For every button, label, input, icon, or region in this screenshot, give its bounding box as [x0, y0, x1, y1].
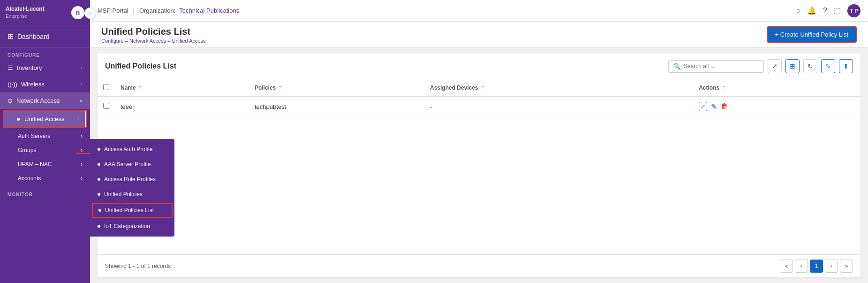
row-policies-cell: techpubtest: [249, 97, 424, 116]
policies-table: Name ≡ Policies ≡ Assign: [98, 79, 860, 116]
sidebar-item-network-access[interactable]: ⊙ Network Access ∧: [0, 92, 90, 109]
sidebar-item-dashboard[interactable]: ⊞ Dashboard: [0, 25, 90, 48]
org-label: Organization:: [139, 7, 175, 14]
prev-page-btn[interactable]: ‹: [795, 260, 808, 273]
org-name[interactable]: Technical Publications: [179, 7, 239, 14]
settings-icon[interactable]: ⬚: [834, 6, 841, 15]
col-assigned-menu-icon[interactable]: ≡: [481, 84, 484, 91]
unified-policies-dot: [98, 193, 100, 196]
sidebar: Alcatel-Lucent Enterprise n ⊞ Dashboard …: [0, 0, 90, 283]
topbar-sep1: |: [133, 7, 135, 14]
col-actions: Actions ≡: [693, 79, 860, 97]
col-checkbox: [98, 79, 115, 97]
auth-servers-label: Auth Servers: [18, 133, 50, 139]
page-controls: « ‹ 1 › »: [780, 260, 853, 273]
sidebar-item-unified-access[interactable]: Unified Access ›: [3, 110, 87, 128]
expand-tool-btn[interactable]: ⤢: [768, 59, 782, 73]
unified-policies-label: Unified Policies: [104, 191, 143, 198]
logo-letter: n: [76, 9, 80, 16]
sidebar-item-wireless[interactable]: ((·)) Wireless ›: [0, 76, 90, 92]
help-icon[interactable]: ?: [823, 7, 827, 15]
col-policies: Policies ≡: [249, 79, 424, 97]
col-actions-menu-icon[interactable]: ≡: [722, 84, 725, 91]
flyout-item-unified-policies[interactable]: Unified Policies: [90, 187, 174, 202]
msp-portal-link[interactable]: MSP Portal: [98, 7, 128, 14]
row-policies: techpubtest: [255, 103, 286, 110]
dashboard-icon: ⊞: [8, 32, 14, 41]
access-auth-label: Access Auth Profile: [104, 146, 152, 153]
pagination-info: Showing 1 - 1 of 1 records: [105, 263, 171, 269]
page-header: Unified Policies List Configure – Networ…: [90, 22, 868, 48]
col-name-label: Name: [121, 84, 136, 91]
sidebar-item-accounts[interactable]: Accounts ›: [0, 171, 90, 185]
sidebar-item-inventory[interactable]: ☰ Inventory ›: [0, 60, 90, 76]
brand-logo-circle: n: [71, 6, 84, 19]
sidebar-item-groups[interactable]: Groups ›: [0, 143, 90, 157]
flyout-item-access-role-profiles[interactable]: Access Role Profiles: [90, 172, 174, 187]
main-content: MSP Portal | Organization: Technical Pub…: [90, 0, 868, 283]
sidebar-collapse-btn[interactable]: ‹: [84, 8, 96, 19]
row-action-buttons: ⤢ ✎ 🗑: [699, 102, 855, 111]
row-assigned-devices-cell: -: [424, 97, 693, 116]
create-policy-list-button[interactable]: + Create Unified Policy List: [767, 26, 857, 43]
edit-row-btn[interactable]: ✎: [711, 102, 717, 111]
row-checkbox[interactable]: [103, 103, 109, 109]
expand-row-btn[interactable]: ⤢: [699, 102, 707, 111]
network-access-label: Network Access: [16, 97, 60, 104]
flyout-item-unified-policies-list[interactable]: Unified Policies List: [92, 203, 173, 218]
user-avatar[interactable]: T P: [847, 4, 860, 17]
row-actions-cell: ⤢ ✎ 🗑: [693, 97, 860, 116]
first-page-btn[interactable]: «: [780, 260, 793, 273]
upload-tool-btn[interactable]: ⬆: [839, 59, 853, 73]
col-name: Name ≡: [115, 79, 249, 97]
flyout-item-iot-categorization[interactable]: IoT Categorization: [90, 219, 174, 234]
iot-label: IoT Categorization: [104, 223, 150, 229]
bell-icon[interactable]: 🔔: [807, 6, 816, 15]
network-access-chevron: ∧: [79, 98, 83, 103]
delete-row-btn[interactable]: 🗑: [721, 102, 728, 111]
col-policies-menu-icon[interactable]: ≡: [279, 84, 282, 91]
breadcrumb-configure[interactable]: Configure: [101, 38, 124, 44]
panel-title: Unified Policies List: [105, 62, 176, 70]
edit-tool-btn[interactable]: ✎: [821, 59, 835, 73]
next-page-btn[interactable]: ›: [825, 260, 838, 273]
breadcrumb-sep1: –: [125, 38, 129, 44]
last-page-btn[interactable]: »: [840, 260, 853, 273]
wireless-chevron: ›: [81, 82, 83, 87]
flyout-menu: Access Auth Profile AAA Server Profile A…: [90, 139, 174, 237]
table-row: teee techpubtest - ⤢ ✎ 🗑: [98, 97, 860, 116]
row-name: teee: [121, 103, 132, 110]
dashboard-label: Dashboard: [17, 33, 50, 40]
network-access-icon: ⊙: [8, 97, 13, 104]
configure-section-label: CONFIGURE: [0, 48, 90, 60]
accounts-chevron: ›: [81, 175, 83, 182]
sidebar-item-auth-servers[interactable]: Auth Servers ›: [0, 129, 90, 143]
access-role-label: Access Role Profiles: [104, 176, 156, 183]
sidebar-item-upam-nac[interactable]: UPAM – NAC ›: [0, 157, 90, 171]
inventory-label: Inventory: [17, 64, 42, 71]
columns-tool-btn[interactable]: ⊞: [785, 59, 800, 73]
refresh-tool-btn[interactable]: ↻: [803, 59, 817, 73]
brand-sub: Enterprise: [6, 13, 68, 19]
unified-policies-list-dot: [98, 209, 101, 212]
search-input[interactable]: [684, 63, 759, 69]
aaa-server-label: AAA Server Profile: [104, 161, 151, 168]
table-wrap: Name ≡ Policies ≡ Assign: [98, 79, 860, 254]
panel-tools: 🔍 ⤢ ⊞ ↻ ✎ ⬆: [668, 59, 853, 73]
pagination: Showing 1 - 1 of 1 records « ‹ 1 › »: [98, 254, 860, 277]
search-icon[interactable]: ○: [796, 7, 800, 15]
inventory-chevron: ›: [81, 65, 83, 70]
breadcrumb-unified-access[interactable]: Unified Access: [172, 38, 205, 44]
select-all-checkbox[interactable]: [103, 84, 109, 90]
brand-name: Alcatel-Lucent: [6, 6, 68, 13]
col-policies-label: Policies: [255, 84, 276, 91]
page-1-btn[interactable]: 1: [810, 260, 823, 273]
breadcrumb-network-access[interactable]: Network Access: [129, 38, 166, 44]
unified-access-dot: [17, 118, 20, 121]
flyout-item-access-auth-profile[interactable]: Access Auth Profile: [90, 142, 174, 157]
row-checkbox-cell: [98, 97, 115, 116]
flyout-item-aaa-server-profile[interactable]: AAA Server Profile: [90, 157, 174, 172]
topbar-icons: ○ 🔔 ? ⬚ T P: [796, 4, 860, 17]
col-name-menu-icon[interactable]: ≡: [139, 84, 142, 91]
row-name-cell: teee: [115, 97, 249, 116]
